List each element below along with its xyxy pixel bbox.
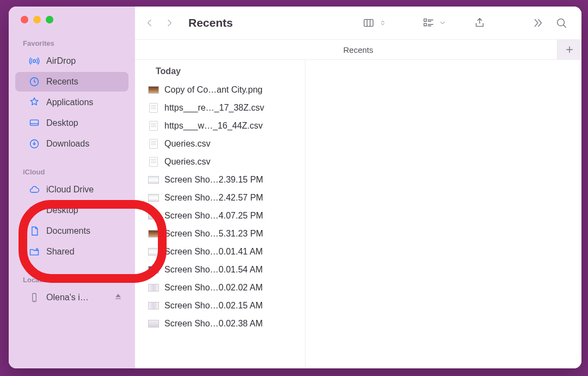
file-name: Screen Sho…0.01.41 AM <box>164 247 299 257</box>
sidebar-section-favorites: Favorites <box>9 26 135 51</box>
file-name: Screen Sho…0.02.38 AM <box>164 319 299 329</box>
sidebar-item-device[interactable]: Olena's i… <box>15 288 128 307</box>
clock-icon <box>28 76 40 88</box>
file-row[interactable]: Screen Sho…0.02.15 AM <box>135 296 305 314</box>
sidebar-item-label: Documents <box>46 226 90 236</box>
sidebar-item-recents[interactable]: Recents <box>15 72 128 92</box>
file-thumbnail-icon <box>148 265 159 274</box>
file-row[interactable]: Screen Sho…2.42.57 PM <box>135 189 305 207</box>
file-row[interactable]: Screen Sho…5.31.23 PM <box>135 225 305 242</box>
svg-rect-8 <box>424 19 427 22</box>
sidebar-item-label: Downloads <box>46 139 89 149</box>
cloud-icon <box>28 184 40 196</box>
file-name: Screen Sho…0.02.02 AM <box>164 283 299 293</box>
sidebar-item-label: Desktop <box>46 205 78 215</box>
file-thumbnail-icon <box>148 122 159 130</box>
airdrop-icon <box>28 55 40 67</box>
sidebar: Favorites AirDrop Recents Applications D… <box>9 7 135 368</box>
search-button[interactable] <box>553 15 569 31</box>
file-thumbnail-icon <box>148 229 159 238</box>
file-name: https___w…_16_44Z.csv <box>164 121 299 131</box>
sidebar-item-label: AirDrop <box>46 56 76 66</box>
file-row[interactable]: Screen Sho…0.01.41 AM <box>135 242 305 260</box>
file-thumbnail-icon <box>148 247 159 256</box>
file-name: Screen Sho…0.01.54 AM <box>164 265 299 275</box>
sidebar-item-applications[interactable]: Applications <box>15 93 128 112</box>
file-name: Copy of Co…ant City.png <box>164 85 299 95</box>
content-area: Today Copy of Co…ant City.pnghttps___re…… <box>135 59 581 368</box>
file-thumbnail-icon <box>148 104 159 112</box>
svg-point-0 <box>33 60 36 63</box>
file-thumbnail-icon <box>148 283 159 292</box>
sidebar-item-label: Applications <box>46 98 93 107</box>
file-row[interactable]: Screen Sho…2.39.15 PM <box>135 171 305 189</box>
back-button[interactable] <box>144 17 156 29</box>
file-name: Queries.csv <box>164 157 299 167</box>
file-row[interactable]: Screen Sho…0.01.54 AM <box>135 260 305 278</box>
file-row[interactable]: Copy of Co…ant City.png <box>135 81 305 99</box>
applications-icon <box>28 96 40 108</box>
svg-rect-7 <box>364 20 373 27</box>
forward-button[interactable] <box>163 17 175 29</box>
sidebar-item-label: Olena's i… <box>46 293 89 302</box>
sidebar-item-shared[interactable]: Shared <box>15 242 128 262</box>
add-tab-button[interactable] <box>557 40 581 59</box>
sidebar-item-icloud-drive[interactable]: iCloud Drive <box>15 180 128 199</box>
desktop-icon <box>28 117 40 129</box>
file-row[interactable]: https___w…_16_44Z.csv <box>135 117 305 135</box>
file-thumbnail-icon <box>148 319 159 328</box>
path-title: Recents <box>343 45 373 54</box>
svg-rect-4 <box>30 207 39 213</box>
file-row[interactable]: Screen Sho…0.02.02 AM <box>135 278 305 296</box>
overflow-button[interactable] <box>529 15 546 31</box>
file-thumbnail-icon <box>148 140 159 148</box>
file-row[interactable]: https___re…_17_38Z.csv <box>135 99 305 117</box>
group-by-button[interactable] <box>420 15 446 31</box>
sidebar-item-desktop[interactable]: Desktop <box>15 113 128 133</box>
group-header-today: Today <box>135 60 305 81</box>
path-bar: Recents <box>135 39 581 59</box>
preview-column <box>305 60 581 368</box>
updown-icon <box>379 15 387 31</box>
file-thumbnail-icon <box>148 211 159 220</box>
columns-icon <box>360 15 377 31</box>
chevron-down-icon <box>439 15 446 31</box>
file-row[interactable]: Screen Sho…4.07.25 PM <box>135 207 305 225</box>
file-row[interactable]: Screen Sho…0.02.38 AM <box>135 314 305 332</box>
group-icon <box>420 15 437 31</box>
zoom-window-button[interactable] <box>46 16 53 23</box>
sidebar-item-label: iCloud Drive <box>46 185 94 195</box>
document-icon <box>28 225 40 237</box>
minimize-window-button[interactable] <box>33 16 41 23</box>
sidebar-item-documents[interactable]: Documents <box>15 221 128 241</box>
window-title: Recents <box>188 16 233 29</box>
file-name: Screen Sho…2.39.15 PM <box>164 175 299 185</box>
toolbar: Recents <box>135 7 581 39</box>
file-column[interactable]: Today Copy of Co…ant City.pnghttps___re…… <box>135 60 305 368</box>
finder-window: Favorites AirDrop Recents Applications D… <box>9 7 581 368</box>
sidebar-item-downloads[interactable]: Downloads <box>15 134 128 154</box>
close-window-button[interactable] <box>21 16 28 23</box>
main-area: Recents Recents Today Copy of <box>135 7 581 368</box>
shared-folder-icon <box>28 246 40 258</box>
view-columns-button[interactable] <box>360 15 387 31</box>
file-thumbnail-icon <box>148 193 159 202</box>
desktop-icon <box>28 204 40 216</box>
sidebar-item-icloud-desktop[interactable]: Desktop <box>15 201 128 220</box>
file-name: Screen Sho…4.07.25 PM <box>164 211 299 221</box>
svg-rect-2 <box>30 120 39 125</box>
share-button[interactable] <box>471 15 488 31</box>
iphone-icon <box>28 292 40 304</box>
svg-rect-9 <box>424 23 427 26</box>
sidebar-item-airdrop[interactable]: AirDrop <box>15 51 128 71</box>
window-controls <box>9 7 135 26</box>
file-name: Screen Sho…5.31.23 PM <box>164 229 299 239</box>
sidebar-item-label: Recents <box>46 77 78 87</box>
file-row[interactable]: Queries.csv <box>135 135 305 153</box>
sidebar-section-icloud: iCloud <box>9 154 135 179</box>
file-name: https___re…_17_38Z.csv <box>164 103 299 113</box>
downloads-icon <box>28 138 40 150</box>
eject-icon[interactable] <box>114 293 122 302</box>
file-row[interactable]: Queries.csv <box>135 153 305 171</box>
file-name: Screen Sho…0.02.15 AM <box>164 301 299 311</box>
